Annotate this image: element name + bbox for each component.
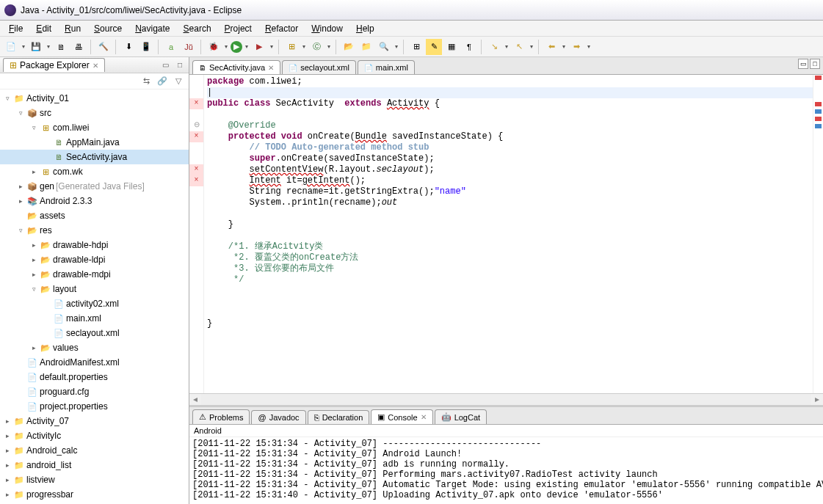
mark-occurrences-icon[interactable]: ✎ [426, 39, 442, 55]
forward-dropdown[interactable]: ▾ [586, 39, 592, 55]
code-content[interactable]: package com.liwei;|public class SecActiv… [204, 75, 813, 393]
bottom-tab-javadoc[interactable]: @Javadoc [251, 410, 305, 424]
expand-icon[interactable]: ▸ [3, 432, 12, 439]
expand-icon[interactable]: ▸ [29, 168, 38, 175]
editor-hscrollbar[interactable]: ◂ ▸ [189, 393, 823, 405]
open-type-hierarchy-icon[interactable]: 📁 [358, 39, 374, 55]
code-line[interactable]: *3. 设置你要的布局文件 [207, 263, 813, 274]
code-line[interactable]: @Override [207, 120, 813, 131]
close-icon[interactable]: ✕ [421, 413, 427, 421]
maximize-view-icon[interactable]: □ [174, 59, 186, 71]
menu-window[interactable]: Window [305, 22, 349, 35]
expand-icon[interactable]: ▸ [29, 344, 38, 351]
tree-node-proguard-cfg[interactable]: 📄proguard.cfg [0, 384, 189, 399]
menu-navigate[interactable]: Navigate [129, 22, 175, 35]
code-line[interactable]: super.onCreate(savedInstanceState); [207, 153, 813, 164]
expand-icon[interactable]: ▿ [16, 227, 25, 234]
menu-project[interactable]: Project [219, 22, 258, 35]
expand-icon[interactable]: ▸ [16, 197, 25, 205]
code-line[interactable]: System..println(recname);out [207, 197, 813, 208]
expand-icon[interactable]: ▿ [3, 95, 12, 102]
new-package-dropdown[interactable]: ▾ [301, 39, 307, 55]
code-line[interactable]: String recname=it.getStringExtra();"name… [207, 186, 813, 197]
editor-tab-secactivity-java[interactable]: 🗎SecActivity.java✕ [192, 60, 280, 74]
tree-node-drawable-mdpi[interactable]: ▸📂drawable-mdpi [0, 267, 189, 282]
code-line[interactable]: // TODO Auto-generated method stub [207, 142, 813, 153]
tree-node-activity02-xml[interactable]: 📄activity02.xml [0, 296, 189, 311]
code-line[interactable] [207, 230, 813, 241]
expand-icon[interactable]: ▸ [3, 447, 12, 454]
run-button[interactable]: ▶ [231, 41, 242, 53]
search-button[interactable]: 🔍 [376, 39, 392, 55]
expand-icon[interactable]: ▸ [16, 183, 25, 190]
expand-icon[interactable]: ▸ [29, 271, 38, 278]
tree-node-values[interactable]: ▸📂values [0, 340, 189, 355]
code-line[interactable]: public class SecActivity extends Activit… [207, 98, 813, 109]
tree-node-listview[interactable]: ▸📁listview [0, 472, 189, 487]
code-line[interactable]: protected void onCreate(Bundle savedInst… [207, 131, 813, 142]
tree-node-appmain-java[interactable]: 🗎AppMain.java [0, 135, 189, 150]
save-dropdown[interactable]: ▾ [46, 39, 51, 55]
block-selection-icon[interactable]: ▦ [443, 39, 460, 55]
tree-node-seclayout-xml[interactable]: 📄seclayout.xml [0, 326, 189, 340]
bottom-tab-console[interactable]: ▣Console✕ [371, 409, 432, 424]
expand-icon[interactable]: ▸ [3, 476, 12, 483]
tree-node-project-properties[interactable]: 📄project.properties [0, 399, 189, 414]
code-line[interactable] [207, 285, 813, 296]
code-line[interactable]: } [207, 318, 813, 329]
code-line[interactable] [207, 307, 813, 318]
save-button[interactable]: 💾 [28, 39, 44, 55]
debug-button[interactable]: 🐞 [206, 39, 222, 55]
debug-dropdown[interactable]: ▾ [223, 39, 229, 55]
next-annotation-dropdown[interactable]: ▾ [504, 39, 510, 55]
editor-maximize-icon[interactable]: □ [810, 59, 820, 69]
new-class-icon[interactable]: Ⓒ [308, 39, 325, 55]
menu-search[interactable]: Search [178, 22, 217, 35]
tree-node-android-calc[interactable]: ▸📁Android_calc [0, 443, 189, 458]
expand-icon[interactable]: ▸ [3, 461, 12, 469]
menu-file[interactable]: File [3, 22, 29, 35]
back-dropdown[interactable]: ▾ [561, 39, 567, 55]
new-package-icon[interactable]: ⊞ [283, 39, 300, 55]
save-all-button[interactable]: 🗎 [53, 39, 69, 55]
close-icon[interactable]: ✕ [268, 64, 274, 72]
new-dropdown[interactable]: ▾ [21, 39, 26, 55]
tree-node-secactivity-java[interactable]: 🗎SecActivity.java [0, 150, 189, 164]
package-explorer-tab[interactable]: ⊞ Package Explorer ✕ [3, 58, 105, 72]
run-dropdown[interactable]: ▾ [244, 39, 250, 55]
search-dropdown[interactable]: ▾ [394, 39, 399, 55]
tree-node-activity-07[interactable]: ▸📁Activity_07 [0, 414, 189, 428]
editor-tab-seclayout-xml[interactable]: 📄seclayout.xml [282, 60, 356, 74]
menu-help[interactable]: Help [350, 22, 380, 35]
expand-icon[interactable]: ▸ [3, 491, 12, 498]
tree-node-main-xml[interactable]: 📄main.xml [0, 311, 189, 326]
expand-icon[interactable]: ▸ [29, 241, 38, 249]
code-editor[interactable]: ×⊖××× package com.liwei;|public class Se… [189, 75, 823, 393]
expand-icon[interactable]: ▿ [29, 285, 38, 293]
tree-node-default-properties[interactable]: 📄default.properties [0, 370, 189, 384]
code-line[interactable]: Intent it=getIntent(); [207, 175, 813, 186]
menu-run[interactable]: Run [59, 22, 87, 35]
menu-refactor[interactable]: Refactor [259, 22, 304, 35]
expand-icon[interactable]: ▿ [16, 109, 25, 117]
code-line[interactable]: } [207, 219, 813, 230]
build-button[interactable]: 🔨 [95, 39, 112, 55]
code-line[interactable]: /*1. 继承Acitvity类 [207, 241, 813, 252]
tree-node-com-wk[interactable]: ▸⊞com.wk [0, 164, 189, 179]
code-line[interactable]: */ [207, 274, 813, 285]
editor-tab-main-xml[interactable]: 📄main.xml [358, 60, 415, 74]
code-line[interactable]: setContentView(R.layout.seclayout); [207, 164, 813, 175]
tree-node-androidmanifest-xml[interactable]: 📄AndroidManifest.xml [0, 355, 189, 370]
expand-icon[interactable]: ▸ [29, 256, 38, 263]
expand-icon[interactable]: ▿ [29, 124, 38, 131]
code-line[interactable] [207, 208, 813, 219]
prev-annotation-icon[interactable]: ↖ [511, 39, 527, 55]
avd-manager-icon[interactable]: 📱 [138, 39, 154, 55]
print-button[interactable]: 🖶 [70, 39, 87, 55]
menu-source[interactable]: Source [88, 22, 128, 35]
run-external-button[interactable]: ▶ [251, 39, 267, 55]
code-line[interactable]: package com.liwei; [207, 76, 813, 87]
code-line[interactable]: *2. 覆盖父类的onCreate方法 [207, 252, 813, 263]
code-line[interactable] [207, 296, 813, 307]
new-class-dropdown[interactable]: ▾ [326, 39, 332, 55]
